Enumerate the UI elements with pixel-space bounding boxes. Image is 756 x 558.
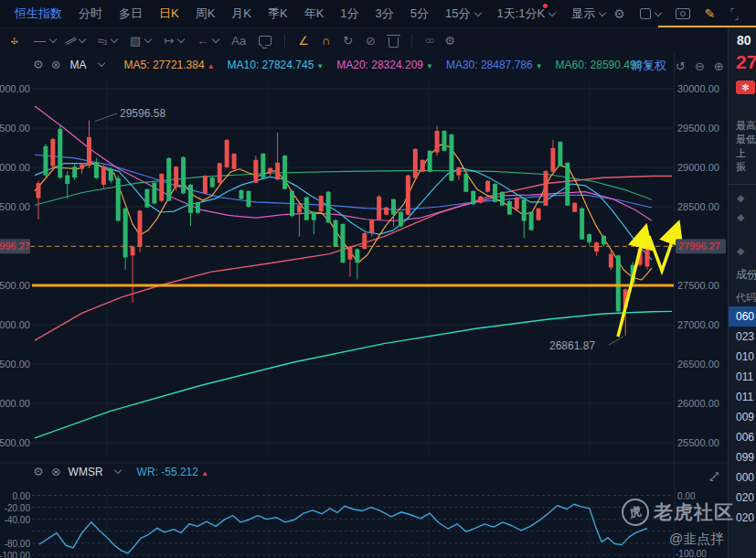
constituent-row[interactable]: 020 <box>729 488 756 508</box>
tab-period-8[interactable]: 1分 <box>340 5 358 22</box>
ma-value-label: MA10: 27824.745▼ <box>228 59 325 71</box>
constituent-row[interactable]: 020 <box>729 508 756 528</box>
tab-period-1[interactable]: 分时 <box>79 5 102 22</box>
forward-adjust-button[interactable]: 前复权 <box>631 58 666 74</box>
constituent-code-list: 060023010011011009006099000020020 <box>729 306 756 528</box>
constituent-row[interactable]: 011 <box>729 387 756 407</box>
indicator-close-icon[interactable]: ⊗ <box>51 58 61 71</box>
compare-tool-icon[interactable]: ○○ <box>425 36 431 46</box>
sidebar-last-price: 27 <box>736 51 756 73</box>
text-tool-icon[interactable]: Aa <box>231 35 246 47</box>
svg-text:26861.87: 26861.87 <box>549 339 595 352</box>
zoom-in-icon[interactable]: ⊕ <box>714 59 724 73</box>
stat-label: 振 <box>736 160 746 174</box>
divider <box>284 34 285 48</box>
svg-text:29000.00: 29000.00 <box>0 162 30 173</box>
svg-text:27996.27: 27996.27 <box>678 241 720 252</box>
tab-period-3[interactable]: 日K <box>159 5 179 22</box>
svg-text:25500.00: 25500.00 <box>677 437 719 448</box>
settings-gear-icon[interactable]: ⚙ <box>613 7 625 20</box>
svg-text:28500.00: 28500.00 <box>0 201 30 212</box>
move-tool-icon[interactable]: ↔↕ <box>7 34 21 48</box>
constituents-label[interactable]: 成份 <box>736 267 756 283</box>
channel-tool-icon[interactable]: ∥ <box>69 35 85 47</box>
tab-period-12[interactable]: 1天:1分K <box>497 5 556 22</box>
magnet-tool-icon[interactable]: ∩ <box>322 35 330 47</box>
refresh-tool-icon[interactable]: ↻ <box>343 35 353 47</box>
svg-text:26500.00: 26500.00 <box>0 359 30 370</box>
tab-period-7[interactable]: 年K <box>304 5 325 22</box>
period-tabs: 恒生指数分时多日日K周K月K季K年K1分3分5分15分1天:1分K显示 <box>6 5 613 22</box>
svg-text:-20.00: -20.00 <box>5 503 31 513</box>
constituent-row[interactable]: 011 <box>729 367 756 387</box>
svg-text:0.00: 0.00 <box>677 491 696 501</box>
tab-period-9[interactable]: 3分 <box>376 5 394 22</box>
svg-text:-100.00: -100.00 <box>0 551 30 558</box>
tab-period-4[interactable]: 周K <box>196 5 216 22</box>
ma-values: MA5: 27721.384▲MA10: 27824.745▼MA20: 283… <box>112 59 653 71</box>
tab-period-6[interactable]: 季K <box>268 5 288 22</box>
svg-text:29500.00: 29500.00 <box>677 123 719 134</box>
constituent-row[interactable]: 010 <box>729 347 756 367</box>
pattern-tool-icon[interactable]: ▧ <box>130 35 151 47</box>
indicator-name[interactable]: MA <box>70 59 87 71</box>
fullscreen-icon[interactable]: ⌜⌟ <box>730 8 741 19</box>
comment-tool-icon[interactable] <box>259 36 272 46</box>
measure-tool-icon[interactable]: ↦ <box>164 35 184 47</box>
svg-text:26000.00: 26000.00 <box>677 398 719 409</box>
constituent-row[interactable]: 000 <box>729 467 756 488</box>
svg-text:27500.00: 27500.00 <box>677 280 719 291</box>
wmsr-gear-icon[interactable]: ⚙ <box>33 465 44 478</box>
wave-tool-icon[interactable]: ≈3 <box>98 35 118 47</box>
trash-tool-icon[interactable] <box>389 35 399 48</box>
chevron-down-icon[interactable] <box>113 467 121 474</box>
constituent-row[interactable]: 023 <box>729 327 756 347</box>
ma-value-label: MA5: 27721.384▲ <box>124 59 215 71</box>
constituent-row[interactable]: 006 <box>729 427 756 447</box>
svg-text:0.00: 0.00 <box>13 491 31 501</box>
tab-period-2[interactable]: 多日 <box>119 5 143 22</box>
tab-period-5[interactable]: 月K <box>231 5 251 22</box>
layers-icon[interactable]: ◆ <box>737 192 744 204</box>
undo-icon[interactable]: ↺ <box>676 59 686 73</box>
tab-period-11[interactable]: 15分 <box>445 5 480 22</box>
constituent-row[interactable]: 009 <box>729 407 756 427</box>
indicator-gear-icon[interactable]: ⚙ <box>33 58 44 71</box>
main-chart-canvas[interactable]: 29596.5826861.8730000.0030000.0029500.00… <box>0 53 727 558</box>
divider <box>729 184 756 185</box>
layout-square-icon[interactable] <box>640 8 661 19</box>
angle-tool-icon[interactable]: ∠ <box>298 35 309 47</box>
zoom-out-icon[interactable]: ⊖ <box>695 59 705 73</box>
svg-text:29500.00: 29500.00 <box>0 123 30 134</box>
toolbar-right-icons: ⚙ ✎ ⌜⌟ <box>613 7 756 20</box>
ma-legend-row: ⚙ ⊗ MA MA5: 27721.384▲MA10: 27824.745▼MA… <box>33 58 652 71</box>
constituent-row[interactable]: 099 <box>729 447 756 467</box>
ban-tool-icon[interactable]: ⊘ <box>366 35 376 47</box>
tab-symbol[interactable]: 恒生指数 <box>15 5 62 22</box>
pencil-icon[interactable]: ✎ <box>705 7 716 20</box>
gear-tool-icon[interactable]: ⚙ <box>444 35 455 47</box>
tab-period-13[interactable]: 显示 <box>571 5 605 22</box>
trendline-tool-icon[interactable]: — <box>34 35 56 47</box>
wmsr-indicator-name[interactable]: WMSR <box>69 466 103 478</box>
svg-text:27000.00: 27000.00 <box>0 319 30 330</box>
constituent-row[interactable]: 060 <box>729 306 756 327</box>
wmsr-close-icon[interactable]: ⊗ <box>51 465 61 478</box>
stat-label: 最低 <box>736 133 756 146</box>
svg-text:26000.00: 26000.00 <box>0 398 30 409</box>
period-toolbar: 恒生指数分时多日日K周K月K季K年K1分3分5分15分1天:1分K显示 ⚙ ✎ … <box>0 0 756 28</box>
svg-text:25500.00: 25500.00 <box>0 437 30 448</box>
wmsr-expand-icon[interactable]: ↗↙ <box>711 469 722 480</box>
svg-text:30000.00: 30000.00 <box>677 83 719 94</box>
drawing-toolbar: ↔↕—∥≈3▧↦←Aa∠∩↻⊘○○⚙ <box>0 28 734 54</box>
arrow-tool-icon[interactable]: ← <box>197 35 218 47</box>
stat-label: 上 <box>736 146 746 160</box>
wmsr-header-row: ⚙ ⊗ WMSR WR: -55.212▲ <box>33 465 208 478</box>
camera-icon[interactable] <box>676 8 690 19</box>
tab-period-10[interactable]: 5分 <box>410 5 429 22</box>
layers-icon[interactable]: ◆ <box>737 245 744 257</box>
chevron-down-icon[interactable] <box>97 59 104 67</box>
svg-text:29000.00: 29000.00 <box>677 162 719 173</box>
layers-icon[interactable]: ◆ <box>737 211 744 223</box>
svg-text:-100.00: -100.00 <box>676 549 707 558</box>
